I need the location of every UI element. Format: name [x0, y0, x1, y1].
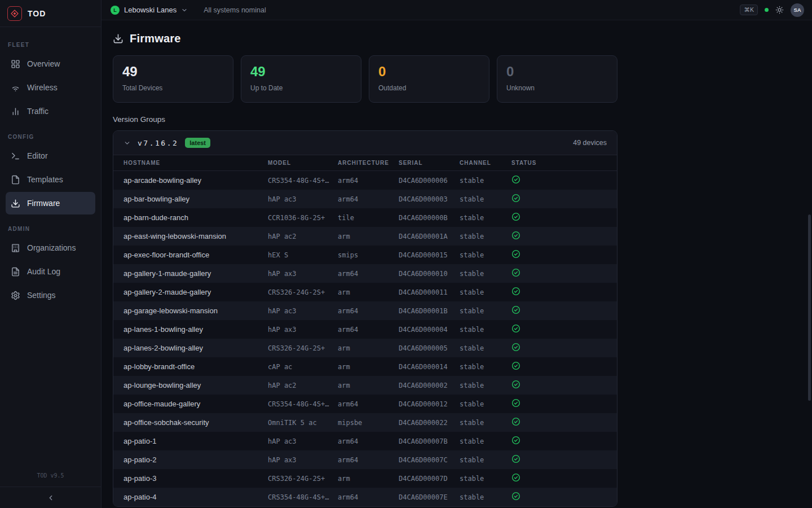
system-status-text: All systems nominal — [204, 6, 266, 14]
device-row[interactable]: ap-patio-4CRS354-48G-4S+…arm64D4CA6D0000… — [113, 488, 617, 506]
device-row[interactable]: ap-lounge-bowling-alleyhAP ac2armD4CA6D0… — [113, 376, 617, 395]
cell-hostname: ap-bar-bowling-alley — [123, 195, 268, 203]
file-icon — [11, 175, 20, 185]
app-version-label: TOD v9.5 — [0, 467, 101, 487]
cell-channel: stable — [460, 251, 511, 259]
cell-channel: stable — [460, 456, 511, 464]
column-header-hostname: HOSTNAME — [123, 160, 268, 166]
device-row[interactable]: ap-patio-1hAP ac3arm64D4CA6D00007Bstable — [113, 432, 617, 450]
cell-status — [511, 287, 607, 297]
check-circle-icon — [511, 231, 520, 240]
cell-architecture: arm — [338, 288, 399, 296]
sidebar-item-overview[interactable]: Overview — [6, 52, 95, 75]
device-row[interactable]: ap-patio-2hAP ax3arm64D4CA6D00007Cstable — [113, 450, 617, 469]
cell-channel: stable — [460, 419, 511, 427]
chevron-left-icon — [47, 494, 55, 502]
cell-architecture: arm — [338, 363, 399, 371]
check-circle-icon — [511, 398, 520, 408]
column-header-model: MODEL — [268, 160, 338, 166]
cell-architecture: arm64 — [338, 326, 399, 334]
cell-channel: stable — [460, 363, 511, 371]
cell-serial: D4CA6D000011 — [399, 288, 460, 296]
version-group-header[interactable]: v7.16.2 latest 49 devices — [113, 131, 617, 155]
cell-status — [511, 454, 607, 465]
device-row[interactable]: ap-bar-bowling-alleyhAP ac3arm64D4CA6D00… — [113, 190, 617, 208]
check-circle-icon — [511, 473, 520, 482]
command-palette-shortcut[interactable]: ⌘K — [740, 5, 758, 15]
device-row[interactable]: ap-gallery-1-maude-galleryhAP ax3arm64D4… — [113, 264, 617, 283]
device-row[interactable]: ap-lanes-1-bowling-alleyhAP ax3arm64D4CA… — [113, 320, 617, 339]
device-row[interactable]: ap-east-wing-lebowski-mansionhAP ac2armD… — [113, 227, 617, 246]
cell-model: hAP ax3 — [268, 270, 338, 278]
column-header-architecture: ARCHITECTURE — [338, 160, 399, 166]
device-row[interactable]: ap-office-sobchak-securityOmniTIK 5 acmi… — [113, 413, 617, 432]
check-circle-icon — [511, 305, 520, 314]
device-row[interactable]: ap-arcade-bowling-alleyCRS354-48G-4S+…ar… — [113, 171, 617, 190]
sidebar-item-settings[interactable]: Settings — [6, 284, 95, 306]
check-circle-icon — [511, 454, 520, 463]
cell-architecture: arm64 — [338, 270, 399, 278]
download-icon — [113, 33, 123, 44]
chevron-down-icon[interactable] — [123, 139, 131, 147]
cell-status — [511, 361, 607, 372]
table-body: ap-arcade-bowling-alleyCRS354-48G-4S+…ar… — [113, 171, 617, 506]
device-row[interactable]: ap-patio-3CRS326-24G-2S+armD4CA6D00007Ds… — [113, 469, 617, 488]
check-circle-icon — [511, 436, 520, 445]
cell-serial: D4CA6D000003 — [399, 195, 460, 203]
stat-card-total-devices: 49Total Devices — [113, 55, 233, 103]
page-title: Firmware — [130, 32, 181, 45]
cell-status — [511, 231, 607, 242]
cell-model: hEX S — [268, 251, 338, 259]
device-row[interactable]: ap-barn-dude-ranchCCR1036-8G-2S+tileD4CA… — [113, 208, 617, 227]
sidebar-footer: TOD v9.5 — [0, 467, 101, 508]
column-header-status: STATUS — [511, 160, 607, 166]
sidebar-collapse-button[interactable] — [0, 487, 101, 508]
theme-toggle-sun-icon[interactable] — [775, 6, 784, 14]
cell-model: CRS326-24G-2S+ — [268, 344, 338, 352]
check-circle-icon — [511, 324, 520, 333]
stats-row: 49Total Devices49Up to Date0Outdated0Unk… — [113, 55, 617, 103]
org-selector[interactable]: L Lebowski Lanes — [111, 6, 188, 15]
sidebar-item-editor[interactable]: Editor — [6, 144, 95, 167]
device-row[interactable]: ap-exec-floor-brandt-officehEX SsmipsD4C… — [113, 246, 617, 264]
sidebar-item-wireless[interactable]: Wireless — [6, 76, 95, 99]
device-row[interactable]: ap-gallery-2-maude-galleryCRS326-24G-2S+… — [113, 283, 617, 301]
stat-value: 49 — [122, 64, 224, 80]
sidebar-item-organizations[interactable]: Organizations — [6, 237, 95, 259]
device-row[interactable]: ap-garage-lebowski-mansionhAP ac3arm64D4… — [113, 301, 617, 320]
cell-channel: stable — [460, 344, 511, 352]
stat-value: 0 — [378, 64, 480, 80]
cell-hostname: ap-barn-dude-ranch — [123, 213, 268, 222]
user-avatar[interactable]: SA — [791, 3, 804, 17]
device-row[interactable]: ap-lobby-brandt-officecAP acarmD4CA6D000… — [113, 357, 617, 376]
check-circle-icon — [511, 175, 520, 184]
sidebar-item-audit-log[interactable]: Audit Log — [6, 260, 95, 283]
cell-model: cAP ac — [268, 363, 338, 371]
scrollbar-thumb[interactable] — [808, 214, 811, 401]
sidebar-item-firmware[interactable]: Firmware — [6, 192, 95, 214]
sidebar-item-label: Templates — [27, 175, 63, 184]
cell-serial: D4CA6D000004 — [399, 326, 460, 334]
version-group-panel: v7.16.2 latest 49 devices HOSTNAMEMODELA… — [113, 130, 617, 507]
org-name: Lebowski Lanes — [124, 6, 176, 14]
cell-architecture: arm64 — [338, 177, 399, 185]
device-row[interactable]: ap-office-maude-galleryCRS354-48G-4S+…ar… — [113, 395, 617, 413]
cell-serial: D4CA6D000012 — [399, 400, 460, 408]
table-header: HOSTNAMEMODELARCHITECTURESERIALCHANNELST… — [113, 155, 617, 171]
sidebar-section-label: FLEET — [8, 42, 93, 48]
cell-model: CCR1036-8G-2S+ — [268, 214, 338, 222]
cell-architecture: arm — [338, 344, 399, 352]
app-logo[interactable]: TOD — [0, 0, 101, 27]
sidebar-item-traffic[interactable]: Traffic — [6, 100, 95, 122]
stat-label: Outdated — [378, 84, 480, 92]
cell-channel: stable — [460, 475, 511, 483]
device-row[interactable]: ap-lanes-2-bowling-alleyCRS326-24G-2S+ar… — [113, 339, 617, 357]
sidebar-item-label: Editor — [27, 151, 48, 160]
sidebar-item-templates[interactable]: Templates — [6, 168, 95, 191]
sidebar-nav: FLEETOverviewWirelessTrafficCONFIGEditor… — [0, 27, 101, 311]
sidebar-item-label: Wireless — [27, 83, 58, 92]
org-avatar: L — [111, 6, 120, 15]
cell-model: hAP ac2 — [268, 233, 338, 240]
cell-hostname: ap-lanes-2-bowling-alley — [123, 344, 268, 352]
gear-icon — [11, 291, 20, 300]
